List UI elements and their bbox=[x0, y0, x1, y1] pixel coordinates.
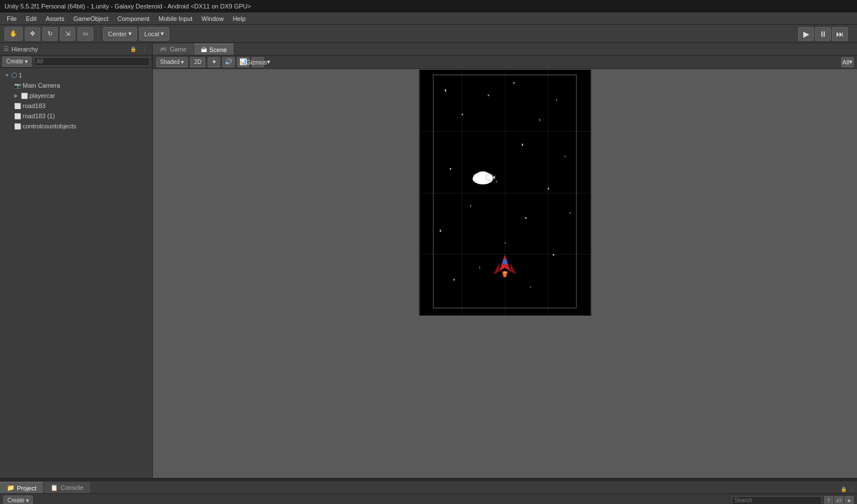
bottom-toolbar: Create ▾ T 🏷 ★ bbox=[0, 494, 857, 504]
playercar-arrow-icon: ▶ bbox=[14, 93, 18, 98]
title-bar: Unity 5.5.2f1 Personal (64bit) - 1.unity… bbox=[0, 0, 857, 12]
2d-toggle[interactable]: 2D bbox=[190, 57, 205, 67]
hierarchy-lock-icon[interactable]: 🔒 bbox=[128, 45, 138, 53]
menu-window[interactable]: Window bbox=[197, 14, 228, 23]
svg-point-1 bbox=[473, 173, 485, 182]
menu-gameobject[interactable]: GameObject bbox=[69, 14, 113, 23]
pivot-button[interactable]: Center ▾ bbox=[103, 27, 137, 41]
svg-point-10 bbox=[503, 259, 507, 265]
2d-label: 2D bbox=[194, 59, 201, 65]
playercar-icon: ⬜ bbox=[21, 93, 28, 99]
shaded-label: Shaded bbox=[160, 59, 179, 65]
menu-component[interactable]: Component bbox=[113, 14, 154, 23]
svg-point-3 bbox=[476, 171, 490, 180]
gizmos-search-dropdown[interactable]: All ▾ bbox=[841, 57, 854, 67]
bottom-menu-icon[interactable]: ⋮ bbox=[849, 485, 857, 493]
filter-by-type-icon[interactable]: T bbox=[824, 496, 833, 505]
step-button[interactable]: ⏭ bbox=[832, 27, 848, 41]
tab-game[interactable]: 🎮 Game bbox=[153, 44, 194, 55]
tab-project[interactable]: 📁 Project bbox=[0, 482, 44, 493]
play-button[interactable]: ▶ bbox=[798, 27, 814, 41]
gizmos-search-label: All bbox=[842, 59, 849, 66]
svg-point-0 bbox=[473, 173, 493, 184]
menu-edit[interactable]: Edit bbox=[21, 14, 41, 23]
hierarchy-menu-icon[interactable]: ⋮ bbox=[140, 45, 149, 53]
road183-1-icon: ⬜ bbox=[14, 113, 21, 119]
effects-button[interactable]: ✦ bbox=[208, 57, 220, 67]
menu-mobile-input[interactable]: Mobile Input bbox=[154, 14, 197, 23]
controlcount-icon: ⬜ bbox=[14, 123, 21, 130]
pause-button[interactable]: ⏸ bbox=[815, 27, 831, 41]
project-create-button[interactable]: Create ▾ bbox=[3, 496, 33, 505]
audio-button[interactable]: 🔊 bbox=[222, 57, 235, 67]
space-button[interactable]: Local ▾ bbox=[139, 27, 169, 41]
hierarchy-search-input[interactable] bbox=[34, 57, 150, 66]
scene-tab-icon: 🏔 bbox=[201, 46, 207, 53]
hierarchy-item-controlcount[interactable]: ⬜ controlcountobjects bbox=[2, 121, 150, 131]
road183-1-label: road183 (1) bbox=[23, 113, 55, 119]
hierarchy-toolbar: Create ▾ bbox=[0, 55, 152, 68]
road183-label: road183 bbox=[23, 102, 45, 109]
controlcount-label: controlcountobjects bbox=[23, 123, 76, 130]
svg-marker-9 bbox=[502, 272, 508, 277]
scene-label: 1 bbox=[19, 72, 22, 79]
hierarchy-item-maincamera[interactable]: 📷 Main Camera bbox=[2, 80, 150, 91]
tab-console[interactable]: 📋 Console bbox=[44, 482, 91, 493]
move-tool-button[interactable]: ✥ bbox=[25, 27, 40, 41]
playercar-label: playercar bbox=[29, 92, 55, 99]
svg-marker-6 bbox=[499, 255, 511, 272]
hierarchy-item-road183-1[interactable]: ⬜ road183 (1) bbox=[2, 111, 150, 121]
hierarchy-create-button[interactable]: Create ▾ bbox=[2, 57, 32, 67]
scene-icon: ⬡ bbox=[11, 71, 17, 79]
filter-by-label-icon[interactable]: 🏷 bbox=[834, 496, 843, 505]
svg-point-12 bbox=[505, 272, 506, 273]
hierarchy-list: ▼ ⬡ 1 📷 Main Camera ▶ ⬜ playercar ⬜ road… bbox=[0, 68, 152, 478]
bottom-lock-icon[interactable]: 🔒 bbox=[839, 485, 849, 493]
tab-scene[interactable]: 🏔 Scene bbox=[194, 44, 234, 55]
console-tab-label: Console bbox=[61, 484, 83, 491]
project-tab-label: Project bbox=[17, 485, 36, 492]
shaded-dropdown[interactable]: Shaded ▾ bbox=[156, 57, 188, 67]
gizmos-dropdown[interactable]: Gizmos ▾ bbox=[252, 57, 264, 67]
hierarchy-header: ☰ Hierarchy 🔒 ⋮ bbox=[0, 43, 152, 55]
menu-file[interactable]: File bbox=[2, 14, 21, 23]
menu-bar: File Edit Assets GameObject Component Mo… bbox=[0, 12, 857, 25]
camera-icon: 📷 bbox=[14, 83, 21, 89]
maincamera-label: Main Camera bbox=[23, 82, 60, 89]
menu-assets[interactable]: Assets bbox=[41, 14, 69, 23]
menu-help[interactable]: Help bbox=[228, 14, 250, 23]
project-search-area: T 🏷 ★ bbox=[731, 496, 854, 505]
corner-icons: T 🏷 ★ bbox=[824, 496, 854, 505]
game-tab-label: Game bbox=[170, 46, 187, 53]
shaded-arrow-icon: ▾ bbox=[181, 59, 184, 65]
view-tab-bar: 🎮 Game 🏔 Scene bbox=[153, 43, 857, 55]
svg-marker-7 bbox=[494, 263, 499, 274]
hierarchy-item-scene[interactable]: ▼ ⬡ 1 bbox=[2, 70, 150, 80]
hierarchy-item-playercar[interactable]: ▶ ⬜ playercar bbox=[2, 91, 150, 101]
svg-point-2 bbox=[483, 173, 493, 181]
gizmos-arrow-icon: ▾ bbox=[267, 58, 270, 66]
favorite-icon[interactable]: ★ bbox=[845, 496, 854, 505]
hand-tool-button[interactable]: ✋ bbox=[5, 27, 23, 41]
hierarchy-panel: ☰ Hierarchy 🔒 ⋮ Create ▾ ▼ ⬡ 1 📷 Main Ca… bbox=[0, 43, 153, 478]
svg-rect-4 bbox=[486, 175, 493, 180]
cloud-object bbox=[471, 170, 496, 184]
spaceship-object bbox=[491, 252, 519, 281]
game-canvas bbox=[419, 69, 591, 316]
view-toolbar: Shaded ▾ 2D ✦ 🔊 📊 Gizmos ▾ All ▾ bbox=[153, 55, 857, 69]
hierarchy-item-road183[interactable]: ⬜ road183 bbox=[2, 101, 150, 111]
project-search-input[interactable] bbox=[731, 496, 822, 505]
road183-icon: ⬜ bbox=[14, 103, 21, 109]
game-tab-icon: 🎮 bbox=[160, 46, 167, 53]
main-layout: ☰ Hierarchy 🔒 ⋮ Create ▾ ▼ ⬡ 1 📷 Main Ca… bbox=[0, 43, 857, 478]
scene-arrow-icon: ▼ bbox=[5, 72, 10, 78]
bottom-panel: 📁 Project 📋 Console 🔒 ⋮ Create ▾ T 🏷 ★ bbox=[0, 478, 857, 504]
console-tab-icon: 📋 bbox=[50, 484, 58, 492]
svg-marker-8 bbox=[511, 263, 516, 274]
hierarchy-icon: ☰ bbox=[3, 45, 9, 53]
scale-tool-button[interactable]: ⇲ bbox=[60, 27, 75, 41]
rotate-tool-button[interactable]: ↻ bbox=[42, 27, 58, 41]
rect-tool-button[interactable]: ▭ bbox=[77, 27, 93, 41]
scene-tab-label: Scene bbox=[209, 46, 227, 53]
title-text: Unity 5.5.2f1 Personal (64bit) - 1.unity… bbox=[5, 3, 251, 10]
